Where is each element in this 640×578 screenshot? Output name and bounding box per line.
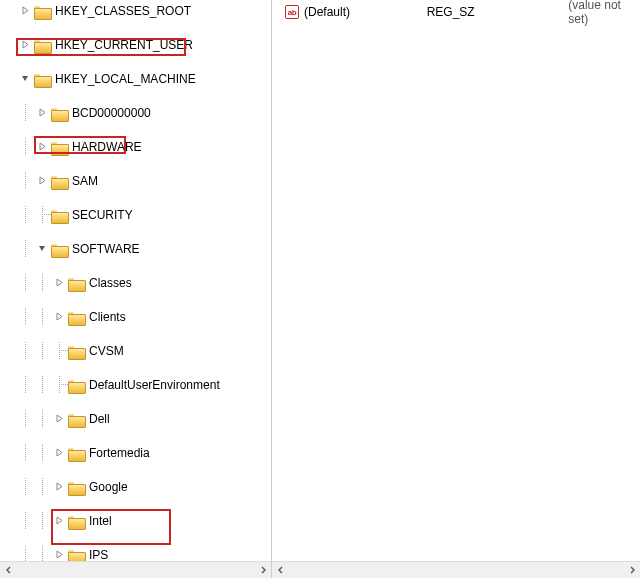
- folder-icon: [51, 106, 67, 120]
- tree-item-sam[interactable]: SAM: [0, 172, 271, 189]
- folder-icon: [51, 174, 67, 188]
- tree-item-label: SOFTWARE: [70, 241, 142, 257]
- tree-item-label: Fortemedia: [87, 445, 152, 461]
- tree-item-label: Classes: [87, 275, 134, 291]
- tree-item-label: Intel: [87, 513, 114, 529]
- tree-item-label: SAM: [70, 173, 100, 189]
- folder-icon: [68, 480, 84, 494]
- folder-icon: [34, 72, 50, 86]
- chevron-right-icon[interactable]: [37, 175, 48, 186]
- tree-item-sw[interactable]: SOFTWARE: [0, 240, 271, 257]
- tree-item-dell[interactable]: Dell: [0, 410, 271, 427]
- tree-item-bcd[interactable]: BCD00000000: [0, 104, 271, 121]
- chevron-right-icon[interactable]: [54, 311, 65, 322]
- tree-item-label: HARDWARE: [70, 139, 144, 155]
- folder-icon: [68, 446, 84, 460]
- tree-item-hklm[interactable]: HKEY_LOCAL_MACHINE: [0, 70, 271, 87]
- tree-item-cls[interactable]: Classes: [0, 274, 271, 291]
- scroll-track[interactable]: [289, 562, 623, 578]
- tree-item-sec[interactable]: SECURITY: [0, 206, 271, 223]
- value-row[interactable]: ab (Default) REG_SZ (value not set): [272, 0, 640, 18]
- values-pane: ab (Default) REG_SZ (value not set): [272, 0, 640, 578]
- tree-item-label: Clients: [87, 309, 128, 325]
- scroll-left-icon[interactable]: [272, 562, 289, 579]
- tree-item-label: Google: [87, 479, 130, 495]
- folder-icon: [51, 208, 67, 222]
- tree-item-label: Dell: [87, 411, 112, 427]
- folder-icon: [68, 412, 84, 426]
- chevron-right-icon[interactable]: [54, 413, 65, 424]
- folder-icon: [68, 514, 84, 528]
- tree-pane: HKEY_CLASSES_ROOTHKEY_CURRENT_USERHKEY_L…: [0, 0, 272, 578]
- folder-icon: [68, 378, 84, 392]
- value-data: (value not set): [568, 0, 640, 26]
- tree-item-label: DefaultUserEnvironment: [87, 377, 222, 393]
- value-name: (Default): [304, 5, 427, 19]
- tree-item-ips[interactable]: IPS: [0, 546, 271, 561]
- tree-item-label: HKEY_CLASSES_ROOT: [53, 3, 193, 19]
- tree-item-due[interactable]: DefaultUserEnvironment: [0, 376, 271, 393]
- scroll-right-icon[interactable]: [623, 562, 640, 579]
- chevron-right-icon[interactable]: [54, 447, 65, 458]
- scroll-left-icon[interactable]: [0, 562, 17, 579]
- tree-item-label: BCD00000000: [70, 105, 153, 121]
- folder-icon: [51, 140, 67, 154]
- scroll-right-icon[interactable]: [254, 562, 271, 579]
- tree-item-intl[interactable]: Intel: [0, 512, 271, 529]
- folder-icon: [68, 276, 84, 290]
- chevron-right-icon[interactable]: [54, 549, 65, 560]
- tree-item-fort[interactable]: Fortemedia: [0, 444, 271, 461]
- folder-icon: [34, 38, 50, 52]
- tree-item-label: SECURITY: [70, 207, 135, 223]
- scroll-track[interactable]: [17, 562, 254, 578]
- chevron-right-icon[interactable]: [54, 515, 65, 526]
- folder-icon: [68, 344, 84, 358]
- values-horizontal-scrollbar[interactable]: [272, 561, 640, 578]
- tree-item-goog[interactable]: Google: [0, 478, 271, 495]
- tree-item-label: CVSM: [87, 343, 126, 359]
- chevron-right-icon[interactable]: [37, 107, 48, 118]
- tree-item-label: HKEY_CURRENT_USER: [53, 37, 195, 53]
- tree-item-cli[interactable]: Clients: [0, 308, 271, 325]
- folder-icon: [68, 310, 84, 324]
- string-value-icon: ab: [284, 4, 300, 20]
- chevron-right-icon[interactable]: [20, 39, 31, 50]
- tree-item-label: IPS: [87, 547, 110, 562]
- tree-item-hkcr[interactable]: HKEY_CLASSES_ROOT: [0, 2, 271, 19]
- folder-icon: [51, 242, 67, 256]
- chevron-right-icon[interactable]: [37, 141, 48, 152]
- registry-tree[interactable]: HKEY_CLASSES_ROOTHKEY_CURRENT_USERHKEY_L…: [0, 0, 271, 561]
- registry-editor-panes: HKEY_CLASSES_ROOTHKEY_CURRENT_USERHKEY_L…: [0, 0, 640, 578]
- chevron-down-icon[interactable]: [37, 243, 48, 254]
- tree-horizontal-scrollbar[interactable]: [0, 561, 271, 578]
- folder-icon: [34, 4, 50, 18]
- chevron-right-icon[interactable]: [54, 481, 65, 492]
- tree-item-hkcu[interactable]: HKEY_CURRENT_USER: [0, 36, 271, 53]
- value-type: REG_SZ: [427, 5, 569, 19]
- tree-item-cvsm[interactable]: CVSM: [0, 342, 271, 359]
- chevron-right-icon[interactable]: [20, 5, 31, 16]
- chevron-down-icon[interactable]: [20, 73, 31, 84]
- folder-icon: [68, 548, 84, 562]
- tree-item-label: HKEY_LOCAL_MACHINE: [53, 71, 198, 87]
- tree-item-hw[interactable]: HARDWARE: [0, 138, 271, 155]
- chevron-right-icon[interactable]: [54, 277, 65, 288]
